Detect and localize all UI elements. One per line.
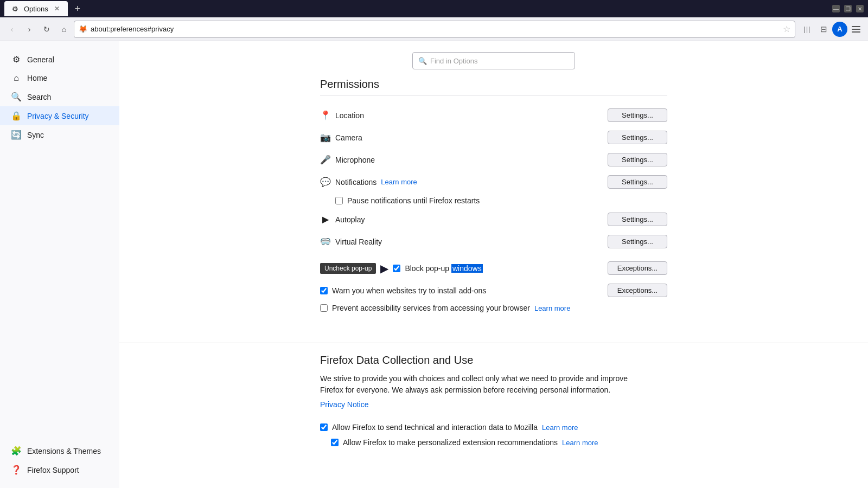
pause-notifications-label[interactable]: Pause notifications until Firefox restar… bbox=[347, 196, 480, 205]
allow-recommendations-label[interactable]: Allow Firefox to make personalized exten… bbox=[343, 438, 558, 447]
sidebar-item-support[interactable]: ❓ Firefox Support bbox=[0, 460, 119, 479]
sidebar-label-extensions: Extensions & Themes bbox=[27, 447, 101, 455]
microphone-settings-button[interactable]: Settings... bbox=[608, 153, 667, 166]
data-collection-section: Firefox Data Collection and Use We striv… bbox=[309, 354, 678, 466]
notifications-row: 💬 Notifications Learn more Settings... bbox=[320, 171, 667, 193]
autoplay-label: ▶ Autoplay bbox=[320, 214, 365, 224]
autoplay-settings-button[interactable]: Settings... bbox=[608, 213, 667, 226]
main-layout: ⚙ General ⌂ Home 🔍 Search 🔒 Privacy & Se… bbox=[0, 41, 868, 488]
camera-settings-button[interactable]: Settings... bbox=[608, 131, 667, 144]
pause-notifications-checkbox[interactable] bbox=[335, 197, 343, 204]
block-popup-exceptions-button[interactable]: Exceptions... bbox=[608, 261, 667, 275]
menu-line bbox=[852, 29, 860, 30]
warn-addons-text[interactable]: Warn you when websites try to install ad… bbox=[332, 286, 486, 295]
vr-label: 🥽 Virtual Reality bbox=[320, 236, 382, 247]
camera-icon: 📷 bbox=[320, 132, 331, 143]
annotation-row: Uncheck pop-up ▶ Block pop-up windows Ex… bbox=[320, 258, 667, 278]
maximize-button[interactable]: ❐ bbox=[844, 5, 852, 12]
sidebar: ⚙ General ⌂ Home 🔍 Search 🔒 Privacy & Se… bbox=[0, 41, 119, 488]
camera-label: 📷 Camera bbox=[320, 132, 362, 143]
new-tab-button[interactable]: + bbox=[70, 1, 85, 16]
location-row: 📍 Location Settings... bbox=[320, 104, 667, 126]
minimize-button[interactable]: — bbox=[832, 5, 840, 12]
camera-text: Camera bbox=[335, 133, 362, 142]
sidebar-item-search[interactable]: 🔍 Search bbox=[0, 87, 119, 106]
back-button[interactable]: ‹ bbox=[4, 22, 20, 37]
warn-addons-exceptions-button[interactable]: Exceptions... bbox=[608, 284, 667, 297]
allow-recommendations-checkbox[interactable] bbox=[331, 439, 339, 446]
sidebar-item-sync[interactable]: 🔄 Sync bbox=[0, 125, 119, 144]
warn-addons-checkbox[interactable] bbox=[320, 287, 328, 294]
autoplay-row: ▶ Autoplay Settings... bbox=[320, 208, 667, 230]
general-icon: ⚙ bbox=[11, 54, 22, 65]
sync-icon: 🔄 bbox=[11, 130, 22, 140]
privacy-notice-link[interactable]: Privacy Notice bbox=[320, 400, 368, 409]
sidebar-label-privacy: Privacy & Security bbox=[27, 112, 89, 120]
browser-toolbar: ‹ › ↻ ⌂ 🦊 about:preferences#privacy ☆ ||… bbox=[0, 17, 868, 41]
prevent-accessibility-checkbox[interactable] bbox=[320, 304, 328, 312]
find-in-options-bar[interactable]: 🔍 Find in Options bbox=[412, 52, 575, 69]
vr-icon: 🥽 bbox=[320, 236, 331, 247]
permissions-title: Permissions bbox=[320, 78, 667, 95]
allow-technical-learn-more[interactable]: Learn more bbox=[542, 423, 578, 432]
prevent-accessibility-learn-more[interactable]: Learn more bbox=[534, 304, 570, 312]
data-collection-title: Firefox Data Collection and Use bbox=[320, 354, 667, 367]
vr-row: 🥽 Virtual Reality Settings... bbox=[320, 230, 667, 253]
bookmark-star-icon[interactable]: ☆ bbox=[783, 24, 790, 34]
location-label: 📍 Location bbox=[320, 110, 364, 120]
allow-recommendations-row: Allow Firefox to make personalized exten… bbox=[320, 435, 667, 450]
permissions-section: Permissions 📍 Location Settings... 📷 Cam… bbox=[309, 78, 678, 332]
vr-settings-button[interactable]: Settings... bbox=[608, 235, 667, 248]
allow-technical-label[interactable]: Allow Firefox to send technical and inte… bbox=[332, 423, 538, 432]
warn-addons-label: Warn you when websites try to install ad… bbox=[320, 286, 486, 295]
sidebar-item-extensions[interactable]: 🧩 Extensions & Themes bbox=[0, 441, 119, 460]
sidebar-label-search: Search bbox=[27, 93, 51, 101]
block-popup-label: Block pop-up windows bbox=[393, 264, 482, 273]
content-area: 🔍 Find in Options Permissions 📍 Location… bbox=[119, 41, 868, 488]
section-divider bbox=[119, 343, 868, 343]
reload-button[interactable]: ↻ bbox=[39, 22, 54, 37]
camera-row: 📷 Camera Settings... bbox=[320, 126, 667, 149]
sidebar-item-home[interactable]: ⌂ Home bbox=[0, 69, 119, 87]
lock-icon: 🔒 bbox=[11, 111, 22, 121]
prevent-accessibility-text[interactable]: Prevent accessibility services from acce… bbox=[332, 304, 530, 312]
notifications-settings-button[interactable]: Settings... bbox=[608, 175, 667, 189]
support-icon: ❓ bbox=[11, 465, 22, 475]
microphone-text: Microphone bbox=[335, 156, 375, 164]
annotation-label: Uncheck pop-up bbox=[320, 263, 376, 274]
data-collection-desc1: We strive to provide you with choices an… bbox=[320, 373, 667, 396]
window-controls: — ❐ ✕ bbox=[832, 5, 864, 12]
pause-notifications-row: Pause notifications until Firefox restar… bbox=[320, 193, 667, 208]
sidebar-item-general[interactable]: ⚙ General bbox=[0, 50, 119, 69]
search-bar-container: 🔍 Find in Options bbox=[119, 41, 868, 78]
extensions-icon: 🧩 bbox=[11, 446, 22, 456]
allow-recommendations-learn-more[interactable]: Learn more bbox=[562, 439, 598, 447]
close-button[interactable]: ✕ bbox=[856, 5, 864, 12]
home-button[interactable]: ⌂ bbox=[56, 22, 72, 37]
tab-close-button[interactable]: ✕ bbox=[53, 4, 61, 13]
vr-text: Virtual Reality bbox=[335, 237, 382, 246]
home-icon: ⌂ bbox=[11, 73, 22, 83]
microphone-icon: 🎤 bbox=[320, 155, 331, 165]
bookmarks-button[interactable]: ||| bbox=[800, 22, 815, 37]
block-popup-checkbox[interactable] bbox=[393, 265, 400, 272]
favicon-icon: 🦊 bbox=[79, 25, 87, 34]
tab-icon: ⚙ bbox=[11, 4, 20, 13]
prevent-accessibility-row: Prevent accessibility services from acce… bbox=[320, 300, 667, 316]
allow-technical-checkbox[interactable] bbox=[320, 423, 328, 431]
hamburger-menu-button[interactable] bbox=[848, 22, 864, 37]
profile-button[interactable]: A bbox=[832, 22, 847, 37]
titlebar: ⚙ Options ✕ + — ❐ ✕ bbox=[0, 0, 868, 17]
tab-options[interactable]: ⚙ Options ✕ bbox=[4, 1, 68, 16]
location-settings-button[interactable]: Settings... bbox=[608, 108, 667, 122]
notifications-label: 💬 Notifications Learn more bbox=[320, 177, 417, 187]
address-bar[interactable]: 🦊 about:preferences#privacy ☆ bbox=[74, 21, 795, 38]
block-popup-text-wrapper: Block pop-up windows bbox=[405, 264, 482, 273]
sync-tabs-button[interactable]: ⊟ bbox=[816, 22, 831, 37]
notifications-learn-more[interactable]: Learn more bbox=[381, 178, 417, 186]
sidebar-item-privacy[interactable]: 🔒 Privacy & Security bbox=[0, 106, 119, 125]
forward-button[interactable]: › bbox=[22, 22, 37, 37]
sidebar-label-support: Firefox Support bbox=[27, 466, 79, 474]
block-popup-pre-text: Block pop-up bbox=[405, 264, 451, 273]
location-icon: 📍 bbox=[320, 110, 331, 120]
